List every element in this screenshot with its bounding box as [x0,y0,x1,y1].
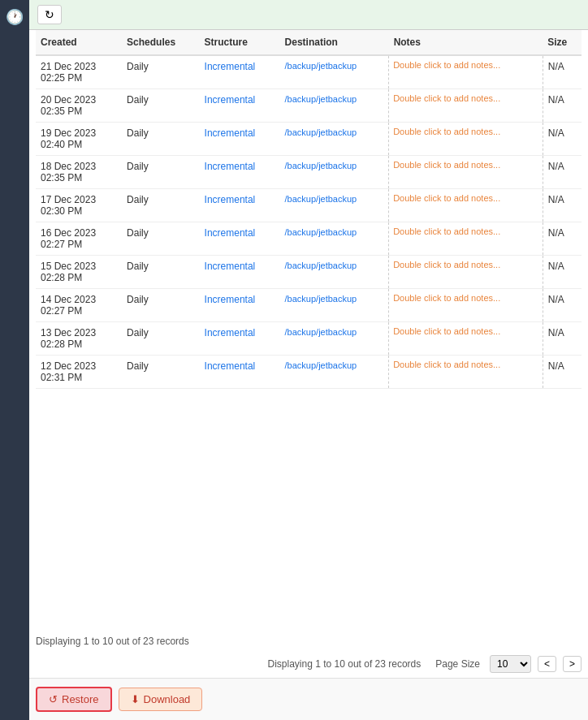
cell-notes[interactable]: Double click to add notes... [389,55,543,89]
table-header-row: Created Schedules Structure Destination … [36,30,582,55]
cell-schedules: Daily [122,123,199,156]
cell-structure[interactable]: Incremental [200,189,280,222]
cell-structure[interactable]: Incremental [200,156,280,189]
pagination-info-top: Displaying 1 to 10 out of 23 records [29,629,588,650]
cell-created: 15 Dec 202302:28 PM [36,256,122,289]
cell-schedules: Daily [122,55,199,89]
table-row: 16 Dec 202302:27 PM Daily Incremental /b… [36,222,582,256]
cell-notes[interactable]: Double click to add notes... [389,222,543,256]
prev-page-button[interactable]: < [538,656,556,672]
cell-notes[interactable]: Double click to add notes... [389,289,543,322]
col-header-notes: Notes [389,30,543,55]
cell-structure[interactable]: Incremental [200,55,280,89]
cell-destination: /backup/jetbackup [280,55,389,89]
table-wrapper: Created Schedules Structure Destination … [29,30,588,629]
structure-link[interactable]: Incremental [205,327,256,338]
download-icon: ⬇ [131,693,140,705]
restore-label: Restore [62,693,99,705]
cell-destination: /backup/jetbackup [280,322,389,356]
top-bar: ↻ [29,0,588,30]
page-size-select[interactable]: 10 25 50 100 [490,655,531,673]
col-header-destination: Destination [280,30,389,55]
table-row: 21 Dec 202302:25 PM Daily Incremental /b… [36,55,582,89]
table-row: 19 Dec 202302:40 PM Daily Incremental /b… [36,123,582,156]
cell-structure[interactable]: Incremental [200,123,280,156]
cell-notes[interactable]: Double click to add notes... [389,123,543,156]
table-row: 18 Dec 202302:35 PM Daily Incremental /b… [36,156,582,189]
cell-destination: /backup/jetbackup [280,89,389,123]
cell-notes[interactable]: Double click to add notes... [389,189,543,222]
cell-created: 18 Dec 202302:35 PM [36,156,122,189]
structure-link[interactable]: Incremental [205,227,256,239]
cell-created: 14 Dec 202302:27 PM [36,289,122,322]
restore-button[interactable]: ↺ Restore [36,687,112,712]
cell-destination: /backup/jetbackup [280,189,389,222]
cell-notes[interactable]: Double click to add notes... [389,89,543,123]
cell-size: N/A [543,356,582,389]
cell-notes[interactable]: Double click to add notes... [389,356,543,389]
cell-schedules: Daily [122,256,199,289]
cell-destination: /backup/jetbackup [280,156,389,189]
cell-size: N/A [543,189,582,222]
cell-destination: /backup/jetbackup [280,356,389,389]
col-header-size: Size [543,30,582,55]
cell-created: 17 Dec 202302:30 PM [36,189,122,222]
col-header-schedules: Schedules [122,30,199,55]
structure-link[interactable]: Incremental [205,161,256,172]
cell-notes[interactable]: Double click to add notes... [389,322,543,356]
cell-destination: /backup/jetbackup [280,289,389,322]
footer-bar: ↺ Restore ⬇ Download [29,678,588,720]
structure-link[interactable]: Incremental [205,127,256,139]
structure-link[interactable]: Incremental [205,261,256,272]
next-page-button[interactable]: > [563,656,582,672]
cell-destination: /backup/jetbackup [280,256,389,289]
cell-created: 21 Dec 202302:25 PM [36,55,122,89]
cell-notes[interactable]: Double click to add notes... [389,156,543,189]
cell-structure[interactable]: Incremental [200,289,280,322]
table-row: 14 Dec 202302:27 PM Daily Incremental /b… [36,289,582,322]
col-header-structure: Structure [200,30,280,55]
refresh-button[interactable]: ↻ [37,5,62,24]
clock-icon[interactable]: 🕐 [6,8,24,26]
cell-schedules: Daily [122,222,199,256]
cell-size: N/A [543,222,582,256]
structure-link[interactable]: Incremental [205,94,256,106]
cell-created: 16 Dec 202302:27 PM [36,222,122,256]
cell-created: 20 Dec 202302:35 PM [36,89,122,123]
cell-schedules: Daily [122,356,199,389]
cell-schedules: Daily [122,89,199,123]
table-row: 13 Dec 202302:28 PM Daily Incremental /b… [36,322,582,356]
cell-size: N/A [543,89,582,123]
structure-link[interactable]: Incremental [205,360,256,372]
cell-schedules: Daily [122,189,199,222]
cell-size: N/A [543,322,582,356]
cell-schedules: Daily [122,156,199,189]
cell-notes[interactable]: Double click to add notes... [389,256,543,289]
cell-structure[interactable]: Incremental [200,222,280,256]
main-content: ↻ Created Schedules Structure Destinatio… [29,0,588,720]
download-button[interactable]: ⬇ Download [119,688,203,711]
cell-size: N/A [543,55,582,89]
cell-structure[interactable]: Incremental [200,256,280,289]
cell-size: N/A [543,256,582,289]
backups-table: Created Schedules Structure Destination … [36,30,582,389]
cell-schedules: Daily [122,289,199,322]
cell-size: N/A [543,156,582,189]
cell-created: 12 Dec 202302:31 PM [36,356,122,389]
cell-size: N/A [543,289,582,322]
cell-structure[interactable]: Incremental [200,356,280,389]
structure-link[interactable]: Incremental [205,61,256,72]
table-row: 12 Dec 202302:31 PM Daily Incremental /b… [36,356,582,389]
cell-created: 13 Dec 202302:28 PM [36,322,122,356]
structure-link[interactable]: Incremental [205,294,256,305]
pagination-display-text: Displaying 1 to 10 out of 23 records [36,636,189,647]
structure-link[interactable]: Incremental [205,194,256,205]
cell-destination: /backup/jetbackup [280,123,389,156]
cell-structure[interactable]: Incremental [200,322,280,356]
cell-schedules: Daily [122,322,199,356]
cell-destination: /backup/jetbackup [280,222,389,256]
cell-size: N/A [543,123,582,156]
pagination-bottom: Displaying 1 to 10 out of 23 records Pag… [29,650,588,678]
cell-structure[interactable]: Incremental [200,89,280,123]
cell-created: 19 Dec 202302:40 PM [36,123,122,156]
